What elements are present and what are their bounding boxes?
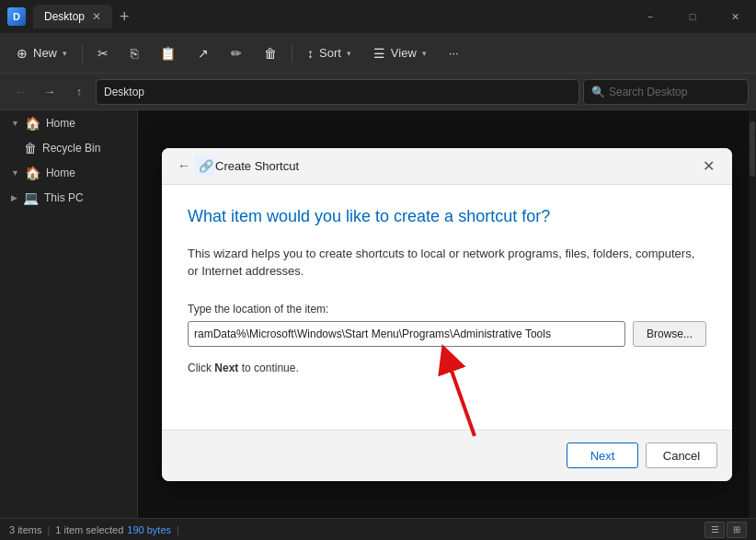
home-icon: 🏠 bbox=[25, 116, 40, 131]
delete-button[interactable]: 🗑 bbox=[255, 40, 286, 66]
this-pc-icon: 💻 bbox=[23, 190, 39, 205]
content-area: ← 🔗 Create Shortcut ✕ What item would yo… bbox=[138, 110, 756, 518]
window-controls: − □ ✕ bbox=[629, 0, 756, 33]
toolbar-sep-2 bbox=[292, 44, 292, 63]
cut-icon: ✂ bbox=[97, 46, 109, 61]
active-tab[interactable]: Desktop ✕ bbox=[33, 5, 112, 29]
dialog-description: This wizard helps you to create shortcut… bbox=[188, 245, 706, 281]
more-icon: ··· bbox=[449, 46, 459, 60]
wizard-icon: 🔗 bbox=[195, 155, 215, 176]
sort-label: Sort bbox=[319, 46, 341, 60]
new-chevron-icon: ▾ bbox=[63, 49, 67, 58]
status-sep3: | bbox=[177, 524, 179, 535]
list-view-button[interactable]: ☰ bbox=[704, 522, 725, 538]
sidebar-item-home-label: Home bbox=[46, 117, 75, 130]
dialog-browse-button[interactable]: Browse... bbox=[633, 321, 706, 347]
status-sep1: | bbox=[47, 524, 50, 535]
selected-count: 1 item selected bbox=[55, 524, 123, 535]
sidebar: ▼ 🏠 Home 🗑 Recycle Bin ▼ 🏠 Home ▶ 💻 This… bbox=[0, 110, 138, 518]
rename-icon: ✏ bbox=[231, 46, 242, 61]
paste-button[interactable]: 📋 bbox=[151, 40, 185, 66]
dialog-cancel-button[interactable]: Cancel bbox=[646, 442, 717, 468]
create-shortcut-dialog: ← 🔗 Create Shortcut ✕ What item would yo… bbox=[162, 148, 732, 481]
sort-button[interactable]: ↕ Sort ▾ bbox=[298, 40, 361, 66]
status-bar: 3 items | 1 item selected 190 bytes | ☰ … bbox=[0, 518, 756, 540]
dialog-field-label: Type the location of the item: bbox=[188, 303, 706, 316]
dialog-title: Create Shortcut bbox=[215, 159, 695, 173]
view-button[interactable]: ☰ View ▾ bbox=[364, 40, 436, 66]
svg-text:🔗: 🔗 bbox=[199, 158, 214, 174]
title-bar: D Desktop ✕ + − □ ✕ bbox=[0, 0, 756, 33]
dialog-overlay: ← 🔗 Create Shortcut ✕ What item would yo… bbox=[138, 110, 756, 518]
toolbar-sep-1 bbox=[82, 44, 83, 63]
view-icon: ☰ bbox=[373, 46, 385, 61]
recycle-bin-icon: 🗑 bbox=[24, 141, 37, 155]
address-text: Desktop bbox=[104, 86, 144, 98]
back-button[interactable]: ← bbox=[7, 79, 33, 105]
sidebar-item-recycle-bin[interactable]: 🗑 Recycle Bin bbox=[4, 136, 133, 160]
dialog-body: What item would you like to create a sho… bbox=[162, 185, 732, 374]
nav-bar: ← → ↑ Desktop 🔍 Search Desktop bbox=[0, 74, 756, 110]
up-button[interactable]: ↑ bbox=[66, 79, 92, 105]
search-box[interactable]: 🔍 Search Desktop bbox=[583, 79, 749, 105]
toolbar: ⊕ New ▾ ✂ ⎘ 📋 ↗ ✏ 🗑 ↕ Sort ▾ ☰ View ▾ ··… bbox=[0, 33, 756, 74]
next-reference: Next bbox=[214, 362, 238, 374]
delete-icon: 🗑 bbox=[264, 46, 277, 61]
more-button[interactable]: ··· bbox=[440, 40, 468, 65]
tab-close-icon[interactable]: ✕ bbox=[92, 10, 101, 23]
paste-icon: 📋 bbox=[160, 46, 176, 61]
minimize-button[interactable]: − bbox=[629, 0, 671, 33]
dialog-location-input[interactable]: ramData%\Microsoft\Windows\Start Menu\Pr… bbox=[188, 321, 625, 347]
cut-button[interactable]: ✂ bbox=[88, 40, 118, 66]
sidebar-item-this-pc-label: This PC bbox=[44, 191, 84, 204]
sidebar-item-home2-label: Home bbox=[46, 167, 75, 179]
sidebar-item-recycle-bin-label: Recycle Bin bbox=[42, 142, 100, 155]
sidebar-item-home2[interactable]: ▼ 🏠 Home bbox=[4, 161, 133, 185]
dialog-hint: Click Next to continue. bbox=[188, 362, 706, 374]
tab-title: Desktop bbox=[44, 10, 85, 23]
dialog-titlebar: ← 🔗 Create Shortcut ✕ bbox=[162, 148, 732, 185]
item-count: 3 items bbox=[9, 524, 41, 535]
new-button[interactable]: ⊕ New ▾ bbox=[7, 40, 76, 66]
dialog-close-button[interactable]: ✕ bbox=[695, 153, 721, 178]
share-button[interactable]: ↗ bbox=[189, 40, 218, 66]
copy-icon: ⎘ bbox=[131, 46, 138, 61]
address-bar[interactable]: Desktop bbox=[96, 79, 579, 105]
home2-chevron-icon: ▼ bbox=[11, 168, 19, 178]
dialog-back-button[interactable]: ← bbox=[173, 155, 195, 177]
app-icon: D bbox=[7, 7, 26, 26]
dialog-next-button[interactable]: Next bbox=[567, 442, 638, 468]
sort-chevron-icon: ▾ bbox=[347, 49, 351, 58]
maximize-button[interactable]: □ bbox=[671, 0, 714, 33]
sort-icon: ↕ bbox=[307, 46, 314, 61]
dialog-input-row: ramData%\Microsoft\Windows\Start Menu\Pr… bbox=[188, 321, 706, 347]
sidebar-item-this-pc[interactable]: ▶ 💻 This PC bbox=[4, 186, 133, 210]
grid-view-button[interactable]: ⊞ bbox=[727, 522, 747, 538]
copy-button[interactable]: ⎘ bbox=[121, 40, 147, 66]
view-label: View bbox=[391, 46, 417, 60]
view-chevron-icon: ▾ bbox=[422, 49, 427, 58]
close-button[interactable]: ✕ bbox=[714, 0, 756, 33]
view-mode-controls: ☰ ⊞ bbox=[704, 522, 747, 538]
forward-button[interactable]: → bbox=[37, 79, 63, 105]
home2-icon: 🏠 bbox=[25, 166, 40, 180]
main-area: ▼ 🏠 Home 🗑 Recycle Bin ▼ 🏠 Home ▶ 💻 This… bbox=[0, 110, 756, 518]
rename-button[interactable]: ✏ bbox=[222, 40, 251, 66]
search-placeholder: Search Desktop bbox=[609, 86, 687, 98]
home-chevron-icon: ▼ bbox=[11, 119, 19, 128]
new-tab-button[interactable]: + bbox=[112, 7, 137, 27]
dialog-heading: What item would you like to create a sho… bbox=[188, 207, 706, 226]
file-size: 190 bytes bbox=[127, 524, 171, 535]
dialog-footer: Next Cancel bbox=[162, 430, 732, 481]
share-icon: ↗ bbox=[198, 46, 209, 61]
new-icon: ⊕ bbox=[17, 46, 28, 61]
search-icon: 🔍 bbox=[591, 86, 605, 98]
sidebar-item-home[interactable]: ▼ 🏠 Home bbox=[4, 111, 133, 135]
this-pc-chevron-icon: ▶ bbox=[11, 193, 17, 202]
new-label: New bbox=[33, 46, 57, 60]
